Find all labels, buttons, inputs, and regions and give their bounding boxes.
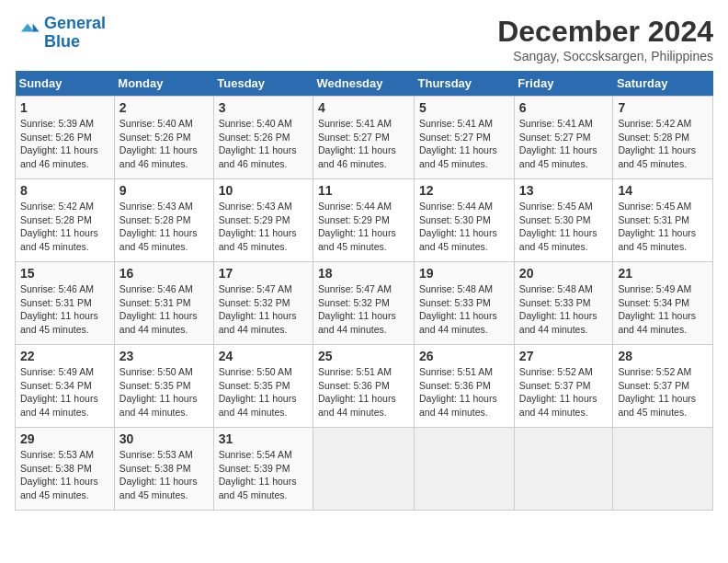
calendar-cell: 30Sunrise: 5:53 AM Sunset: 5:38 PM Dayli… <box>114 428 213 511</box>
calendar-cell: 11Sunrise: 5:44 AM Sunset: 5:29 PM Dayli… <box>313 179 415 262</box>
calendar-cell: 14Sunrise: 5:45 AM Sunset: 5:31 PM Dayli… <box>613 179 713 262</box>
weekday-header-wednesday: Wednesday <box>313 71 415 97</box>
day-info: Sunrise: 5:44 AM Sunset: 5:30 PM Dayligh… <box>419 200 509 254</box>
day-info: Sunrise: 5:51 AM Sunset: 5:36 PM Dayligh… <box>318 365 409 419</box>
calendar-week-5: 29Sunrise: 5:53 AM Sunset: 5:38 PM Dayli… <box>16 428 713 511</box>
day-info: Sunrise: 5:41 AM Sunset: 5:27 PM Dayligh… <box>519 117 609 171</box>
calendar-cell: 16Sunrise: 5:46 AM Sunset: 5:31 PM Dayli… <box>114 262 213 345</box>
day-number: 20 <box>519 266 609 281</box>
calendar-cell: 29Sunrise: 5:53 AM Sunset: 5:38 PM Dayli… <box>16 428 115 511</box>
svg-marker-1 <box>21 23 34 31</box>
calendar-cell: 28Sunrise: 5:52 AM Sunset: 5:37 PM Dayli… <box>613 345 713 428</box>
calendar-cell: 9Sunrise: 5:43 AM Sunset: 5:28 PM Daylig… <box>114 179 213 262</box>
day-info: Sunrise: 5:39 AM Sunset: 5:26 PM Dayligh… <box>20 117 109 171</box>
svg-marker-0 <box>33 23 40 31</box>
day-number: 30 <box>119 431 209 446</box>
location-subtitle: Sangay, Soccsksargen, Philippines <box>497 49 713 63</box>
day-number: 25 <box>318 349 409 363</box>
calendar-cell: 26Sunrise: 5:51 AM Sunset: 5:36 PM Dayli… <box>415 345 515 428</box>
calendar-cell <box>415 428 515 511</box>
calendar-table: SundayMondayTuesdayWednesdayThursdayFrid… <box>15 71 713 511</box>
day-number: 12 <box>419 183 509 198</box>
day-info: Sunrise: 5:49 AM Sunset: 5:34 PM Dayligh… <box>618 282 708 337</box>
weekday-header-sunday: Sunday <box>16 71 115 97</box>
day-info: Sunrise: 5:43 AM Sunset: 5:29 PM Dayligh… <box>219 200 308 254</box>
day-number: 29 <box>20 431 109 446</box>
day-info: Sunrise: 5:43 AM Sunset: 5:28 PM Dayligh… <box>119 200 209 254</box>
day-info: Sunrise: 5:40 AM Sunset: 5:26 PM Dayligh… <box>219 117 308 171</box>
calendar-cell: 12Sunrise: 5:44 AM Sunset: 5:30 PM Dayli… <box>415 179 515 262</box>
calendar-cell <box>514 428 613 511</box>
weekday-header-saturday: Saturday <box>613 71 713 97</box>
day-info: Sunrise: 5:52 AM Sunset: 5:37 PM Dayligh… <box>519 365 609 419</box>
weekday-header-thursday: Thursday <box>415 71 515 97</box>
day-info: Sunrise: 5:45 AM Sunset: 5:31 PM Dayligh… <box>618 200 708 254</box>
calendar-cell <box>613 428 713 511</box>
day-number: 16 <box>119 266 209 281</box>
day-number: 15 <box>20 266 109 281</box>
calendar-cell: 17Sunrise: 5:47 AM Sunset: 5:32 PM Dayli… <box>213 262 313 345</box>
day-number: 22 <box>20 349 109 363</box>
logo-line1: General <box>44 14 106 32</box>
day-info: Sunrise: 5:51 AM Sunset: 5:36 PM Dayligh… <box>419 365 509 419</box>
day-number: 14 <box>618 183 708 198</box>
day-number: 2 <box>119 100 209 115</box>
day-info: Sunrise: 5:49 AM Sunset: 5:34 PM Dayligh… <box>20 365 109 419</box>
day-info: Sunrise: 5:41 AM Sunset: 5:27 PM Dayligh… <box>419 117 509 171</box>
day-info: Sunrise: 5:47 AM Sunset: 5:32 PM Dayligh… <box>219 282 308 337</box>
calendar-week-2: 8Sunrise: 5:42 AM Sunset: 5:28 PM Daylig… <box>16 179 713 262</box>
day-number: 4 <box>318 100 409 115</box>
calendar-week-4: 22Sunrise: 5:49 AM Sunset: 5:34 PM Dayli… <box>16 345 713 428</box>
day-number: 5 <box>419 100 509 115</box>
weekday-header-friday: Friday <box>514 71 613 97</box>
day-number: 31 <box>219 431 308 446</box>
calendar-cell: 23Sunrise: 5:50 AM Sunset: 5:35 PM Dayli… <box>114 345 213 428</box>
calendar-cell: 25Sunrise: 5:51 AM Sunset: 5:36 PM Dayli… <box>313 345 415 428</box>
calendar-cell: 10Sunrise: 5:43 AM Sunset: 5:29 PM Dayli… <box>213 179 313 262</box>
day-number: 18 <box>318 266 409 281</box>
day-info: Sunrise: 5:53 AM Sunset: 5:38 PM Dayligh… <box>119 448 209 502</box>
day-info: Sunrise: 5:42 AM Sunset: 5:28 PM Dayligh… <box>20 200 109 254</box>
day-number: 17 <box>219 266 308 281</box>
day-number: 28 <box>618 349 708 363</box>
day-info: Sunrise: 5:46 AM Sunset: 5:31 PM Dayligh… <box>20 282 109 337</box>
day-number: 10 <box>219 183 308 198</box>
day-info: Sunrise: 5:52 AM Sunset: 5:37 PM Dayligh… <box>618 365 708 419</box>
day-info: Sunrise: 5:45 AM Sunset: 5:30 PM Dayligh… <box>519 200 609 254</box>
day-number: 19 <box>419 266 509 281</box>
calendar-header: SundayMondayTuesdayWednesdayThursdayFrid… <box>16 71 713 97</box>
day-number: 13 <box>519 183 609 198</box>
day-number: 21 <box>618 266 708 281</box>
day-number: 11 <box>318 183 409 198</box>
calendar-cell: 20Sunrise: 5:48 AM Sunset: 5:33 PM Dayli… <box>514 262 613 345</box>
day-info: Sunrise: 5:48 AM Sunset: 5:33 PM Dayligh… <box>519 282 609 337</box>
day-info: Sunrise: 5:47 AM Sunset: 5:32 PM Dayligh… <box>318 282 409 337</box>
calendar-cell: 18Sunrise: 5:47 AM Sunset: 5:32 PM Dayli… <box>313 262 415 345</box>
weekday-header-monday: Monday <box>114 71 213 97</box>
calendar-cell: 19Sunrise: 5:48 AM Sunset: 5:33 PM Dayli… <box>415 262 515 345</box>
calendar-cell: 5Sunrise: 5:41 AM Sunset: 5:27 PM Daylig… <box>415 97 515 179</box>
weekday-header-tuesday: Tuesday <box>213 71 313 97</box>
calendar-cell: 22Sunrise: 5:49 AM Sunset: 5:34 PM Dayli… <box>16 345 115 428</box>
day-info: Sunrise: 5:53 AM Sunset: 5:38 PM Dayligh… <box>20 448 109 502</box>
calendar-cell: 27Sunrise: 5:52 AM Sunset: 5:37 PM Dayli… <box>514 345 613 428</box>
logo-line2: Blue <box>44 32 80 51</box>
day-number: 8 <box>20 183 109 198</box>
day-info: Sunrise: 5:44 AM Sunset: 5:29 PM Dayligh… <box>318 200 409 254</box>
calendar-cell: 31Sunrise: 5:54 AM Sunset: 5:39 PM Dayli… <box>213 428 313 511</box>
day-number: 7 <box>618 100 708 115</box>
day-number: 3 <box>219 100 308 115</box>
calendar-week-1: 1Sunrise: 5:39 AM Sunset: 5:26 PM Daylig… <box>16 97 713 179</box>
calendar-cell: 13Sunrise: 5:45 AM Sunset: 5:30 PM Dayli… <box>514 179 613 262</box>
day-info: Sunrise: 5:48 AM Sunset: 5:33 PM Dayligh… <box>419 282 509 337</box>
calendar-week-3: 15Sunrise: 5:46 AM Sunset: 5:31 PM Dayli… <box>16 262 713 345</box>
day-info: Sunrise: 5:40 AM Sunset: 5:26 PM Dayligh… <box>119 117 209 171</box>
day-number: 9 <box>119 183 209 198</box>
calendar-cell: 2Sunrise: 5:40 AM Sunset: 5:26 PM Daylig… <box>114 97 213 179</box>
page-header: General Blue December 2024 Sangay, Soccs… <box>15 15 713 63</box>
title-section: December 2024 Sangay, Soccsksargen, Phil… <box>497 15 713 63</box>
month-title: December 2024 <box>497 15 713 49</box>
calendar-cell <box>313 428 415 511</box>
calendar-cell: 8Sunrise: 5:42 AM Sunset: 5:28 PM Daylig… <box>16 179 115 262</box>
calendar-cell: 21Sunrise: 5:49 AM Sunset: 5:34 PM Dayli… <box>613 262 713 345</box>
